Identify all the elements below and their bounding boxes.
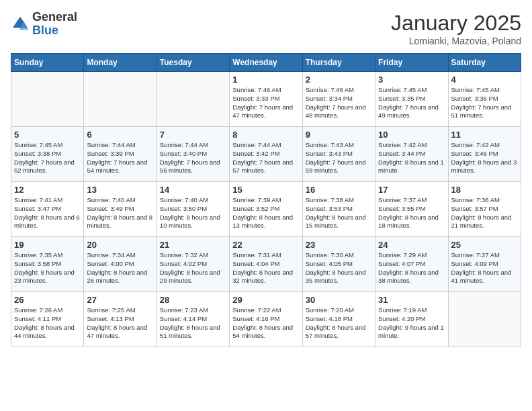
calendar-cell: 5Sunrise: 7:45 AM Sunset: 3:38 PM Daylig… (11, 127, 84, 182)
calendar-cell: 16Sunrise: 7:38 AM Sunset: 3:53 PM Dayli… (302, 182, 375, 237)
month-title: January 2025 (391, 11, 521, 36)
cell-info: Sunrise: 7:26 AM Sunset: 4:11 PM Dayligh… (14, 306, 81, 340)
day-number: 28 (160, 295, 226, 305)
cell-info: Sunrise: 7:46 AM Sunset: 3:33 PM Dayligh… (232, 86, 299, 120)
weekday-header-cell: Wednesday (230, 54, 302, 72)
location: Lomianki, Mazovia, Poland (391, 36, 521, 46)
weekday-header-cell: Friday (375, 54, 448, 72)
day-number: 2 (306, 75, 372, 85)
calendar-cell: 27Sunrise: 7:25 AM Sunset: 4:13 PM Dayli… (84, 292, 157, 347)
day-number: 23 (306, 240, 372, 250)
day-number: 13 (87, 185, 153, 195)
calendar-cell: 14Sunrise: 7:40 AM Sunset: 3:50 PM Dayli… (157, 182, 229, 237)
cell-info: Sunrise: 7:41 AM Sunset: 3:47 PM Dayligh… (14, 196, 81, 230)
cell-info: Sunrise: 7:35 AM Sunset: 3:58 PM Dayligh… (14, 251, 81, 285)
day-number: 1 (232, 75, 299, 85)
cell-info: Sunrise: 7:42 AM Sunset: 3:44 PM Dayligh… (378, 141, 445, 175)
cell-info: Sunrise: 7:46 AM Sunset: 3:34 PM Dayligh… (306, 86, 372, 120)
calendar-cell: 2Sunrise: 7:46 AM Sunset: 3:34 PM Daylig… (302, 72, 375, 127)
day-number: 8 (232, 130, 299, 140)
calendar-cell: 31Sunrise: 7:19 AM Sunset: 4:20 PM Dayli… (375, 292, 448, 347)
calendar-cell: 29Sunrise: 7:22 AM Sunset: 4:16 PM Dayli… (230, 292, 302, 347)
day-number: 4 (451, 75, 518, 85)
calendar-cell: 30Sunrise: 7:20 AM Sunset: 4:18 PM Dayli… (302, 292, 375, 347)
title-block: January 2025 Lomianki, Mazovia, Poland (391, 11, 521, 46)
calendar-cell: 24Sunrise: 7:29 AM Sunset: 4:07 PM Dayli… (375, 237, 448, 292)
calendar-cell (11, 72, 84, 127)
cell-info: Sunrise: 7:36 AM Sunset: 3:57 PM Dayligh… (451, 196, 518, 230)
weekday-header-cell: Monday (84, 54, 157, 72)
calendar-cell: 12Sunrise: 7:41 AM Sunset: 3:47 PM Dayli… (11, 182, 84, 237)
cell-info: Sunrise: 7:45 AM Sunset: 3:35 PM Dayligh… (378, 86, 445, 120)
cell-info: Sunrise: 7:30 AM Sunset: 4:05 PM Dayligh… (306, 251, 372, 285)
day-number: 10 (378, 130, 445, 140)
calendar-cell (448, 292, 521, 347)
calendar-cell: 13Sunrise: 7:40 AM Sunset: 3:49 PM Dayli… (84, 182, 157, 237)
calendar-cell: 28Sunrise: 7:23 AM Sunset: 4:14 PM Dayli… (157, 292, 229, 347)
calendar-cell (157, 72, 229, 127)
calendar-row: 5Sunrise: 7:45 AM Sunset: 3:38 PM Daylig… (11, 127, 521, 182)
calendar-row: 1Sunrise: 7:46 AM Sunset: 3:33 PM Daylig… (11, 72, 521, 127)
cell-info: Sunrise: 7:44 AM Sunset: 3:39 PM Dayligh… (87, 141, 153, 175)
logo-general: General (32, 10, 77, 24)
day-number: 11 (451, 130, 518, 140)
calendar-cell: 1Sunrise: 7:46 AM Sunset: 3:33 PM Daylig… (230, 72, 302, 127)
cell-info: Sunrise: 7:37 AM Sunset: 3:55 PM Dayligh… (378, 196, 445, 230)
day-number: 5 (14, 130, 81, 140)
cell-info: Sunrise: 7:31 AM Sunset: 4:04 PM Dayligh… (232, 251, 299, 285)
cell-info: Sunrise: 7:29 AM Sunset: 4:07 PM Dayligh… (378, 251, 445, 285)
weekday-header-cell: Thursday (302, 54, 375, 72)
day-number: 20 (87, 240, 153, 250)
day-number: 12 (14, 185, 81, 195)
logo-icon (11, 15, 30, 34)
day-number: 7 (160, 130, 226, 140)
calendar-cell: 6Sunrise: 7:44 AM Sunset: 3:39 PM Daylig… (84, 127, 157, 182)
day-number: 25 (451, 240, 518, 250)
logo: General Blue (11, 11, 77, 38)
cell-info: Sunrise: 7:43 AM Sunset: 3:43 PM Dayligh… (306, 141, 372, 175)
weekday-header-cell: Sunday (11, 54, 84, 72)
calendar-row: 26Sunrise: 7:26 AM Sunset: 4:11 PM Dayli… (11, 292, 521, 347)
day-number: 24 (378, 240, 445, 250)
day-number: 15 (232, 185, 299, 195)
cell-info: Sunrise: 7:27 AM Sunset: 4:09 PM Dayligh… (451, 251, 518, 285)
cell-info: Sunrise: 7:44 AM Sunset: 3:40 PM Dayligh… (160, 141, 226, 175)
day-number: 6 (87, 130, 153, 140)
weekday-header-cell: Tuesday (157, 54, 229, 72)
cell-info: Sunrise: 7:25 AM Sunset: 4:13 PM Dayligh… (87, 306, 153, 340)
cell-info: Sunrise: 7:22 AM Sunset: 4:16 PM Dayligh… (232, 306, 299, 340)
day-number: 21 (160, 240, 226, 250)
cell-info: Sunrise: 7:20 AM Sunset: 4:18 PM Dayligh… (306, 306, 372, 340)
calendar-row: 19Sunrise: 7:35 AM Sunset: 3:58 PM Dayli… (11, 237, 521, 292)
calendar-cell: 7Sunrise: 7:44 AM Sunset: 3:40 PM Daylig… (157, 127, 229, 182)
weekday-header-row: SundayMondayTuesdayWednesdayThursdayFrid… (11, 54, 521, 72)
calendar-cell: 9Sunrise: 7:43 AM Sunset: 3:43 PM Daylig… (302, 127, 375, 182)
day-number: 9 (306, 130, 372, 140)
day-number: 27 (87, 295, 153, 305)
day-number: 29 (232, 295, 299, 305)
cell-info: Sunrise: 7:45 AM Sunset: 3:36 PM Dayligh… (451, 86, 518, 120)
calendar-cell: 17Sunrise: 7:37 AM Sunset: 3:55 PM Dayli… (375, 182, 448, 237)
calendar-cell: 19Sunrise: 7:35 AM Sunset: 3:58 PM Dayli… (11, 237, 84, 292)
calendar-body: 1Sunrise: 7:46 AM Sunset: 3:33 PM Daylig… (11, 72, 521, 347)
page-header: General Blue January 2025 Lomianki, Mazo… (11, 11, 521, 46)
calendar-cell: 4Sunrise: 7:45 AM Sunset: 3:36 PM Daylig… (448, 72, 521, 127)
cell-info: Sunrise: 7:42 AM Sunset: 3:46 PM Dayligh… (451, 141, 518, 175)
calendar-cell: 23Sunrise: 7:30 AM Sunset: 4:05 PM Dayli… (302, 237, 375, 292)
cell-info: Sunrise: 7:38 AM Sunset: 3:53 PM Dayligh… (306, 196, 372, 230)
day-number: 22 (232, 240, 299, 250)
calendar-cell (84, 72, 157, 127)
day-number: 3 (378, 75, 445, 85)
cell-info: Sunrise: 7:34 AM Sunset: 4:00 PM Dayligh… (87, 251, 153, 285)
calendar-cell: 15Sunrise: 7:39 AM Sunset: 3:52 PM Dayli… (230, 182, 302, 237)
day-number: 31 (378, 295, 445, 305)
calendar-cell: 21Sunrise: 7:32 AM Sunset: 4:02 PM Dayli… (157, 237, 229, 292)
cell-info: Sunrise: 7:32 AM Sunset: 4:02 PM Dayligh… (160, 251, 226, 285)
day-number: 19 (14, 240, 81, 250)
day-number: 30 (306, 295, 372, 305)
day-number: 16 (306, 185, 372, 195)
cell-info: Sunrise: 7:45 AM Sunset: 3:38 PM Dayligh… (14, 141, 81, 175)
calendar-cell: 20Sunrise: 7:34 AM Sunset: 4:00 PM Dayli… (84, 237, 157, 292)
calendar-row: 12Sunrise: 7:41 AM Sunset: 3:47 PM Dayli… (11, 182, 521, 237)
cell-info: Sunrise: 7:40 AM Sunset: 3:50 PM Dayligh… (160, 196, 226, 230)
